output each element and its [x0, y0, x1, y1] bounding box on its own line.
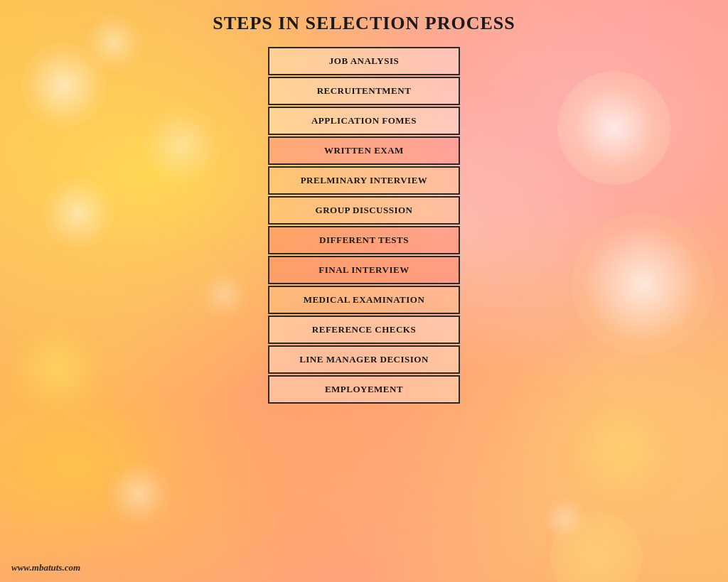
watermark: www.mbatuts.com	[11, 562, 80, 573]
step-box-5: PRELMINARY INTERVIEW	[268, 166, 460, 195]
step-box-1: JOB ANALYSIS	[268, 47, 460, 75]
step-box-8: FINAL INTERVIEW	[268, 256, 460, 284]
step-box-9: MEDICAL EXAMINATION	[268, 286, 460, 314]
bokeh-7	[557, 391, 685, 519]
step-box-3: APPLICATION FOMES	[268, 107, 460, 135]
bokeh-8	[107, 462, 171, 526]
page-title: STEPS IN SELECTION PROCESS	[213, 13, 515, 34]
step-box-12: EMPLOYEMENT	[268, 375, 460, 404]
step-box-4: WRITTEN EXAM	[268, 136, 460, 165]
step-box-7: DIFFERENT TESTS	[268, 226, 460, 254]
step-box-10: REFERENCE CHECKS	[268, 316, 460, 344]
step-box-2: RECRUITENTMENT	[268, 77, 460, 105]
main-content: STEPS IN SELECTION PROCESS JOB ANALYSISR…	[0, 0, 728, 405]
step-box-6: GROUP DISCUSSION	[268, 196, 460, 225]
steps-container: JOB ANALYSISRECRUITENTMENTAPPLICATION FO…	[257, 47, 471, 405]
step-box-11: LINE MANAGER DECISION	[268, 345, 460, 374]
